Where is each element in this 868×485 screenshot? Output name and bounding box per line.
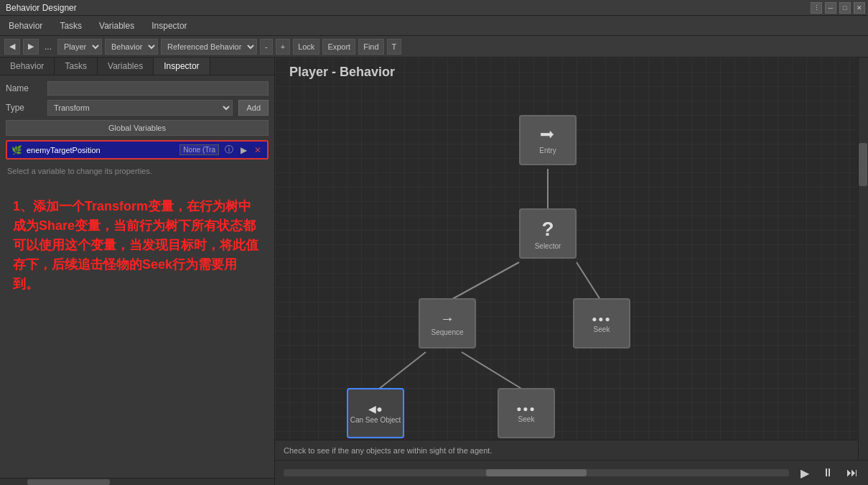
node-selector[interactable]: ? Selector [519, 208, 577, 259]
selector-label: Selector [535, 242, 561, 250]
t-btn[interactable]: T [387, 39, 402, 55]
type-row: Type Transform Add [6, 100, 269, 116]
node-entry[interactable]: ⮕ Entry [519, 115, 577, 165]
svg-line-2 [577, 262, 602, 302]
behavior-select[interactable]: Behavior [105, 39, 158, 55]
pause-btn[interactable]: ⏸ [818, 463, 838, 482]
plus-btn[interactable]: + [276, 39, 290, 55]
tab-inspector[interactable]: Inspector [154, 57, 210, 75]
nav-forward-btn[interactable]: ▶ [23, 39, 39, 55]
dots-btn[interactable]: ⋮ [811, 2, 822, 14]
status-bar: Check to see if the any objects are with… [275, 440, 858, 460]
menu-behavior[interactable]: Behavior [0, 16, 51, 35]
tab-variables[interactable]: Variables [98, 57, 154, 75]
can-see-label: Can See Object [350, 416, 401, 424]
horizontal-scroll-thumb [486, 469, 587, 476]
canvas-area[interactable]: Player - Behavior ⮕ Entry ? Selector → [275, 57, 868, 485]
name-label: Name [6, 83, 42, 93]
left-scroll-thumb [27, 479, 110, 485]
menu-bar: Behavior Tasks Variables Inspector [0, 16, 868, 36]
type-label: Type [6, 103, 42, 113]
tab-behavior[interactable]: Behavior [0, 57, 55, 75]
lock-btn[interactable]: Lock [293, 39, 319, 55]
inspector-content: Name Type Transform Add Global Variables… [0, 75, 274, 314]
var-value: None (Tra [179, 144, 219, 155]
svg-line-1 [447, 262, 519, 302]
var-name: enemyTargetPosition [27, 146, 175, 154]
seek1-icon: ●●● [592, 314, 612, 324]
menu-inspector[interactable]: Inspector [143, 16, 195, 35]
player-select[interactable]: Player [57, 39, 102, 55]
app-title: Behavior Designer [6, 3, 77, 13]
add-button[interactable]: Add [238, 100, 269, 116]
selector-icon: ? [541, 218, 554, 241]
referenced-behavior-select[interactable]: Referenced Behavior [161, 39, 257, 55]
play-btn[interactable]: ▶ [796, 463, 813, 483]
annotation-text: 1、添加一个Transform变量，在行为树中成为Share变量，当前行为树下所… [6, 183, 269, 308]
title-bar: Behavior Designer ⋮ ─ □ ✕ [0, 0, 868, 16]
sequence-icon: → [440, 310, 454, 327]
transport-bar: ▶ ⏸ ⏭ [275, 460, 868, 485]
window-controls: ⋮ ─ □ ✕ [811, 2, 865, 14]
seek2-icon: ●●● [516, 404, 536, 414]
seek2-label: Seek [518, 415, 535, 423]
minimize-btn[interactable]: ─ [825, 2, 836, 14]
canvas-vertical-scrollbar[interactable] [858, 57, 868, 485]
main-layout: Behavior Tasks Variables Inspector Name … [0, 57, 868, 485]
menu-variables[interactable]: Variables [90, 16, 143, 35]
node-sequence[interactable]: → Sequence [419, 298, 476, 348]
canvas-title: Player - Behavior [289, 65, 395, 80]
name-input[interactable] [47, 81, 269, 96]
var-icon: 🌿 [11, 145, 22, 155]
var-play-btn[interactable]: ▶ [239, 145, 248, 155]
name-row: Name [6, 81, 269, 96]
left-bottom-scrollbar[interactable] [0, 478, 274, 485]
left-tabs: Behavior Tasks Variables Inspector [0, 57, 274, 75]
sequence-label: Sequence [431, 328, 463, 336]
var-info-btn[interactable]: ⓘ [223, 144, 235, 156]
toolbar: ◀ ▶ ... Player Behavior Referenced Behav… [0, 36, 868, 57]
minus-btn[interactable]: - [260, 39, 273, 55]
nav-back-btn[interactable]: ◀ [4, 39, 20, 55]
variable-row[interactable]: 🌿 enemyTargetPosition None (Tra ⓘ ▶ ✕ [6, 140, 269, 160]
node-seek1[interactable]: ●●● Seek [573, 298, 630, 348]
export-btn[interactable]: Export [322, 39, 355, 55]
scrollbar-thumb [859, 143, 867, 186]
var-value-text: None (Tra [183, 146, 215, 154]
node-can-see-object[interactable]: ◀● Can See Object [347, 388, 404, 438]
status-text: Check to see if the any objects are with… [284, 446, 492, 455]
entry-label: Entry [539, 147, 556, 154]
type-select[interactable]: Transform [47, 100, 233, 116]
select-hint: Select a variable to change its properti… [6, 164, 269, 178]
canvas-horizontal-scrollbar[interactable] [284, 469, 789, 476]
step-forward-btn[interactable]: ⏭ [842, 463, 862, 482]
node-seek2[interactable]: ●●● Seek [498, 388, 555, 438]
entry-icon: ⮕ [540, 126, 556, 145]
tab-tasks[interactable]: Tasks [55, 57, 98, 75]
left-panel: Behavior Tasks Variables Inspector Name … [0, 57, 275, 485]
global-vars-button[interactable]: Global Variables [6, 120, 269, 136]
svg-line-3 [375, 352, 426, 392]
can-see-icon: ◀● [368, 403, 382, 415]
find-btn[interactable]: Find [358, 39, 383, 55]
seek1-label: Seek [594, 325, 610, 333]
menu-tasks[interactable]: Tasks [51, 16, 90, 35]
ellipsis-label: ... [45, 42, 52, 52]
var-delete-btn[interactable]: ✕ [253, 145, 263, 155]
maximize-btn[interactable]: □ [839, 2, 851, 14]
close-btn[interactable]: ✕ [854, 2, 865, 14]
svg-line-4 [462, 352, 526, 392]
